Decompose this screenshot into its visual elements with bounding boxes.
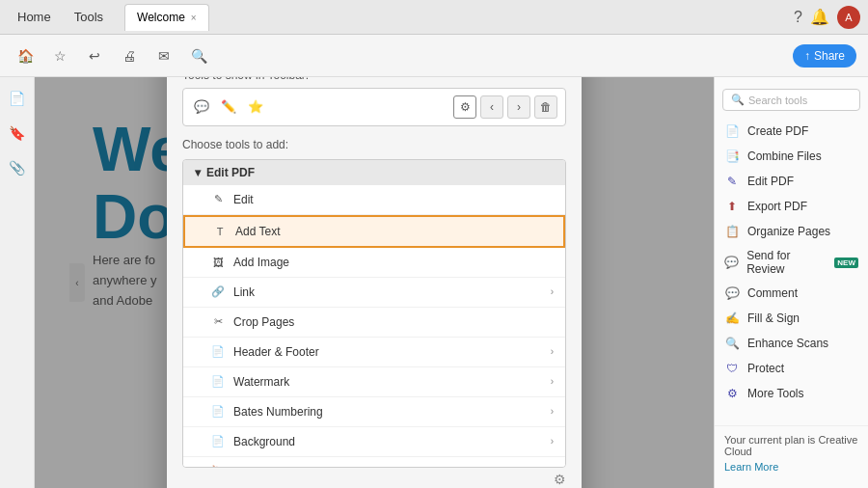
customize-quick-tools-modal: Customize Quick Tools Tools to show in T… bbox=[167, 77, 582, 488]
print-icon[interactable]: 🖨 bbox=[116, 42, 143, 69]
organize-pages-icon: 📋 bbox=[724, 224, 740, 239]
chevron-down-icon: ▾ bbox=[195, 166, 201, 179]
add-image-icon: 🖼 bbox=[210, 255, 226, 270]
tool-edit-pdf[interactable]: ✎ Edit PDF bbox=[715, 169, 868, 194]
highlight-icon: ⭐ bbox=[245, 96, 266, 118]
gear-settings-icon[interactable]: ⚙ bbox=[554, 472, 566, 487]
add-text-icon: T bbox=[212, 224, 228, 239]
more-tools-icon: ⚙ bbox=[724, 386, 740, 401]
tool-organize-pages[interactable]: 📋 Organize Pages bbox=[715, 219, 868, 244]
tab-welcome[interactable]: Welcome × bbox=[124, 4, 209, 31]
group-header-edit-pdf[interactable]: ▾ Edit PDF bbox=[183, 160, 565, 185]
delete-toolbar-btn[interactable]: 🗑 bbox=[534, 95, 557, 119]
new-badge: NEW bbox=[834, 258, 858, 268]
comment-tool-icon: 💬 bbox=[724, 285, 740, 301]
list-item-bates-numbering[interactable]: 📄 Bates Numbering › bbox=[183, 397, 565, 427]
modal-toolbar-actions: ⚙ ‹ › 🗑 bbox=[453, 95, 557, 119]
create-pdf-icon: 📄 bbox=[724, 123, 740, 139]
bates-icon: 📄 bbox=[210, 404, 226, 420]
tool-create-pdf[interactable]: 📄 Create PDF bbox=[715, 119, 868, 144]
back-icon[interactable]: ↩ bbox=[81, 42, 108, 69]
panel-icon-page[interactable]: 📄 bbox=[4, 85, 31, 112]
tool-send-for-review[interactable]: 💬 Send for Review NEW bbox=[715, 244, 868, 281]
watermark-arrow: › bbox=[551, 376, 554, 387]
toolbar-icons: 💬 ✏️ ⭐ bbox=[191, 96, 266, 118]
tool-comment[interactable]: 💬 Comment bbox=[715, 281, 868, 306]
learn-more-link[interactable]: Learn More bbox=[724, 461, 858, 473]
tool-export-pdf[interactable]: ⬆ Export PDF bbox=[715, 194, 868, 219]
fill-sign-icon: ✍ bbox=[724, 311, 740, 326]
list-item-header-footer[interactable]: 📄 Header & Footer › bbox=[183, 338, 565, 367]
main-layout: 📄 🔖 📎 ‹ Welc Docu Here are fo anywhere y… bbox=[0, 77, 868, 488]
list-item-add-image[interactable]: 🖼 Add Image bbox=[183, 248, 565, 278]
link-arrow: › bbox=[551, 286, 554, 297]
tool-enhance-scans[interactable]: 🔍 Enhance Scans bbox=[715, 331, 868, 356]
link-icon: 🔗 bbox=[210, 285, 226, 300]
background-icon: 📄 bbox=[210, 434, 226, 449]
tools-list: ▾ Edit PDF ✎ Edit T Add Text bbox=[182, 159, 566, 468]
help-icon[interactable]: ? bbox=[794, 9, 802, 26]
pen-icon: ✏️ bbox=[218, 96, 239, 118]
list-item-crop-pages[interactable]: ✂ Crop Pages bbox=[183, 308, 565, 338]
tool-fill-sign[interactable]: ✍ Fill & Sign bbox=[715, 306, 868, 331]
export-pdf-icon: ⬆ bbox=[724, 199, 740, 214]
tool-protect[interactable]: 🛡 Protect bbox=[715, 356, 868, 381]
list-item-edit[interactable]: ✎ Edit bbox=[183, 185, 565, 215]
avatar[interactable]: A bbox=[837, 6, 860, 29]
modal-overlay: Customize Quick Tools Tools to show in T… bbox=[35, 77, 714, 488]
send-for-review-icon: 💬 bbox=[724, 255, 739, 270]
header-footer-icon: 📄 bbox=[210, 344, 226, 360]
arrow-left-btn[interactable]: ‹ bbox=[480, 95, 503, 119]
tab-bar: Welcome × bbox=[124, 4, 209, 31]
edit-pdf-icon: ✎ bbox=[724, 174, 740, 189]
bates-arrow: › bbox=[551, 406, 554, 417]
list-item-background[interactable]: 📄 Background › bbox=[183, 427, 565, 457]
content-area: ‹ Welc Docu Here are fo anywhere y and A… bbox=[35, 77, 714, 488]
notification-icon[interactable]: 🔔 bbox=[810, 8, 829, 26]
edit-icon: ✎ bbox=[210, 192, 226, 207]
tool-more-tools[interactable]: ⚙ More Tools bbox=[715, 381, 868, 406]
toolbar-label: Tools to show in Toolbar: bbox=[182, 77, 566, 82]
toolbar: 🏠 ☆ ↩ 🖨 ✉ 🔍 ↑ Share bbox=[0, 35, 868, 77]
panel-icon-bookmark[interactable]: 🔖 bbox=[4, 120, 31, 147]
choose-label: Choose tools to add: bbox=[182, 138, 566, 151]
crop-icon: ✂ bbox=[210, 314, 226, 330]
search-icon[interactable]: 🔍 bbox=[185, 42, 212, 69]
menu-tools[interactable]: Tools bbox=[65, 6, 113, 28]
header-footer-arrow: › bbox=[551, 346, 554, 357]
settings-toolbar-btn[interactable]: ⚙ bbox=[453, 95, 476, 119]
background-arrow: › bbox=[551, 436, 554, 447]
list-item-add-text[interactable]: T Add Text bbox=[183, 215, 565, 248]
list-item-add-bookmark[interactable]: 🔖 Add Bookmark bbox=[183, 457, 565, 468]
combine-files-icon: 📑 bbox=[724, 149, 740, 164]
bookmark-icon[interactable]: ☆ bbox=[46, 42, 73, 69]
modal-toolbar: 💬 ✏️ ⭐ ⚙ ‹ › 🗑 bbox=[182, 88, 566, 126]
right-panel-bottom: Your current plan is Creative Cloud Lear… bbox=[715, 425, 868, 480]
menu-bar: Home Tools Welcome × ? 🔔 A bbox=[0, 0, 868, 35]
right-panel: 🔍 Search tools 📄 Create PDF 📑 Combine Fi… bbox=[714, 77, 868, 488]
modal-body: Tools to show in Toolbar: 💬 ✏️ ⭐ ⚙ ‹ › � bbox=[167, 77, 582, 488]
list-item-watermark[interactable]: 📄 Watermark › bbox=[183, 367, 565, 397]
comment-icon: 💬 bbox=[191, 96, 212, 118]
menu-home[interactable]: Home bbox=[8, 6, 61, 28]
search-tools-input[interactable]: 🔍 Search tools bbox=[722, 89, 860, 111]
arrow-right-btn[interactable]: › bbox=[507, 95, 530, 119]
mail-icon[interactable]: ✉ bbox=[150, 42, 177, 69]
home-icon[interactable]: 🏠 bbox=[12, 42, 39, 69]
tool-combine-files[interactable]: 📑 Combine Files bbox=[715, 144, 868, 169]
list-item-link[interactable]: 🔗 Link › bbox=[183, 278, 565, 308]
panel-icon-paperclip[interactable]: 📎 bbox=[4, 154, 31, 181]
protect-icon: 🛡 bbox=[724, 361, 740, 376]
watermark-icon: 📄 bbox=[210, 374, 226, 390]
left-panel: 📄 🔖 📎 bbox=[0, 77, 35, 488]
share-button[interactable]: ↑ Share bbox=[793, 44, 856, 68]
enhance-scans-icon: 🔍 bbox=[724, 336, 740, 351]
search-tools-icon: 🔍 bbox=[731, 94, 745, 106]
tab-close-icon[interactable]: × bbox=[191, 13, 197, 23]
